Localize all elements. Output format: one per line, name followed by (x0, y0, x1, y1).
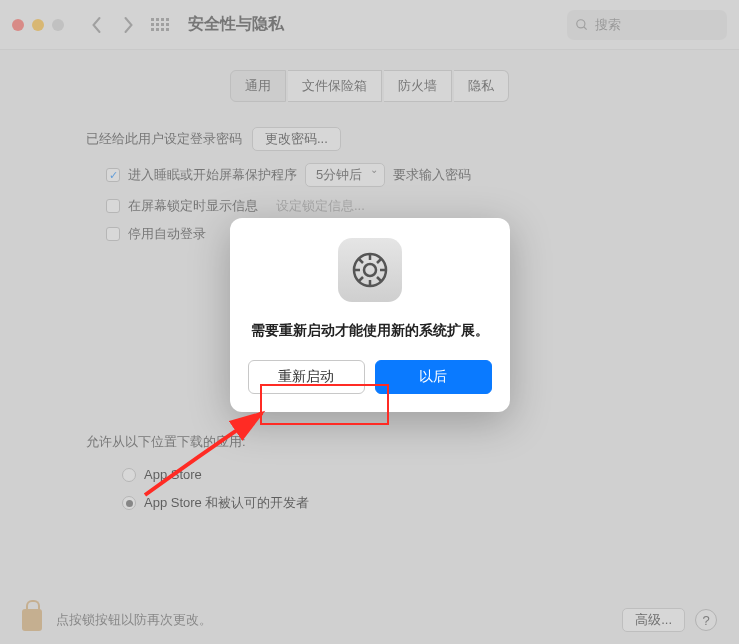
svg-point-3 (364, 264, 376, 276)
restart-modal: 需要重新启动才能使用新的系统扩展。 重新启动 以后 (230, 218, 510, 412)
restart-button[interactable]: 重新启动 (248, 360, 365, 394)
system-preferences-icon (338, 238, 402, 302)
modal-message: 需要重新启动才能使用新的系统扩展。 (248, 320, 492, 340)
later-button[interactable]: 以后 (375, 360, 492, 394)
